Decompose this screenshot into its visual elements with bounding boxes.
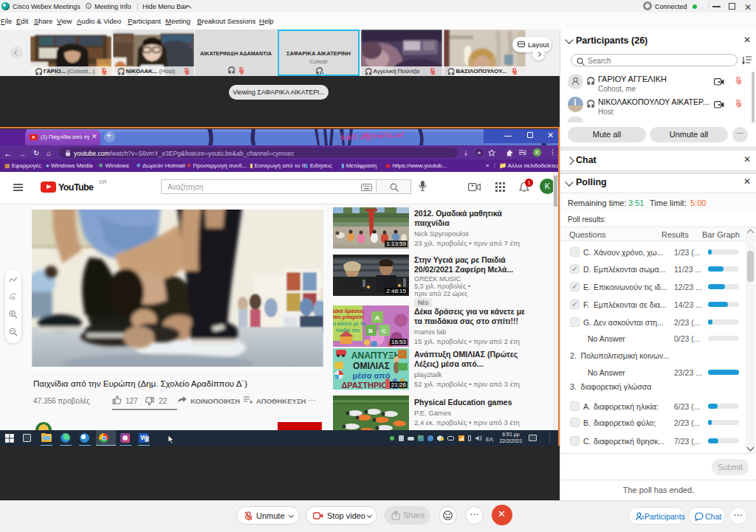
svg-text:B: B (368, 328, 373, 334)
svg-text:που μπορείτε: που μπορείτε (333, 314, 365, 320)
svg-text:Δέκα δράσεις: Δέκα δράσεις (333, 308, 365, 314)
svg-text:ΟΜΙΛΙΑΣ: ΟΜΙΛΙΑΣ (353, 361, 390, 371)
svg-text:C: C (382, 328, 386, 334)
svg-text:μέσα από: μέσα από (353, 371, 391, 380)
svg-text:A: A (375, 314, 380, 322)
svg-text:ΑΝΑΠΤΥΞΗ: ΑΝΑΠΤΥΞΗ (351, 350, 400, 361)
svg-text:να κάνετε με τα: να κάνετε με τα (333, 321, 365, 327)
